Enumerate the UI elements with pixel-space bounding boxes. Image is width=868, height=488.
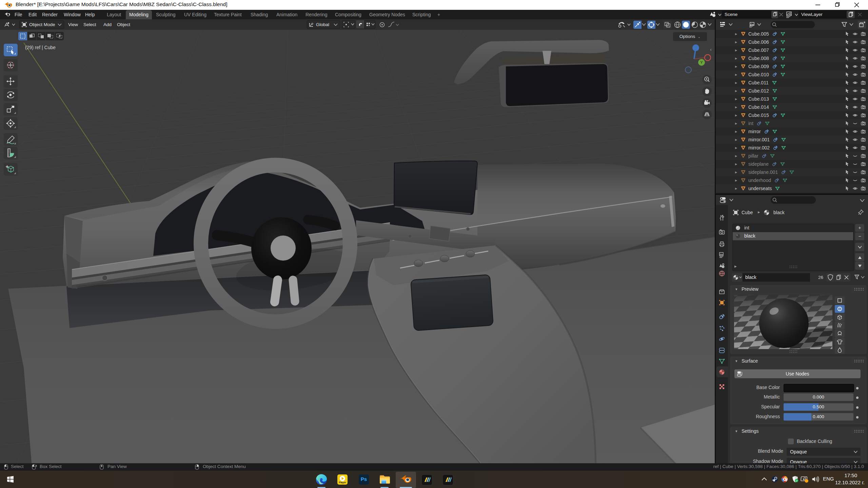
svg-text:Player: Player xyxy=(339,481,346,484)
svg-text:Y: Y xyxy=(700,60,703,64)
